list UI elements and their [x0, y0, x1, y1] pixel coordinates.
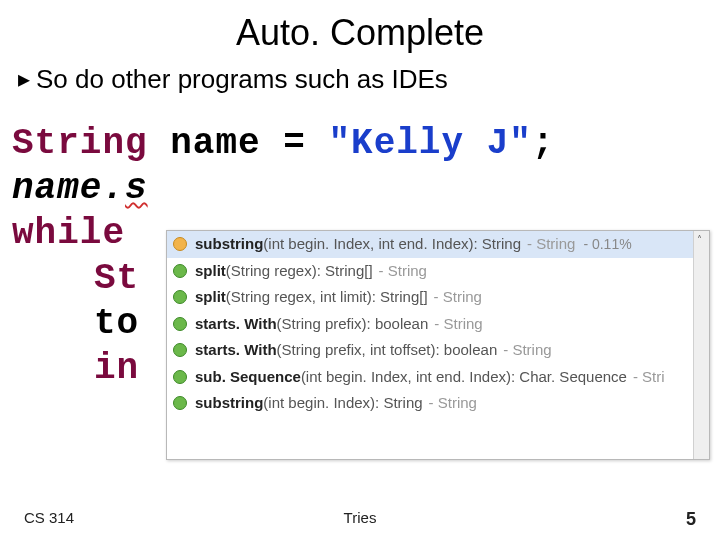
chevron-up-icon[interactable]: ˄ [697, 234, 702, 245]
code-line-1: String name = "Kelly J"; [12, 121, 720, 166]
method-return: : String[] [317, 263, 373, 280]
method-params: (int begin. Index) [263, 395, 375, 412]
method-origin: - Stri [633, 369, 665, 386]
method-origin: - String [434, 316, 482, 333]
footer-right: 5 [686, 509, 696, 530]
autocomplete-item[interactable]: starts. With(String prefix, int toffset)… [167, 337, 709, 364]
scrollbar[interactable]: ˄ [693, 231, 709, 459]
autocomplete-item[interactable]: substring(int begin. Index, int end. Ind… [167, 231, 709, 258]
slide-title: Auto. Complete [0, 12, 720, 54]
autocomplete-item[interactable]: split(String regex, int limit) : String[… [167, 284, 709, 311]
method-origin: - String [429, 395, 477, 412]
method-params: (String regex, int limit) [226, 289, 372, 306]
method-icon [173, 396, 187, 410]
method-name: starts. With [195, 342, 277, 359]
method-icon [173, 317, 187, 331]
method-return: : String [473, 236, 521, 253]
code-text: in [94, 348, 139, 389]
method-name: substring [195, 395, 263, 412]
code-text-squiggle: s [125, 168, 148, 209]
autocomplete-item[interactable]: split(String regex) : String[]- String [167, 258, 709, 285]
footer-left: CS 314 [24, 509, 74, 530]
method-icon [173, 370, 187, 384]
method-name: sub. Sequence [195, 369, 301, 386]
method-percent: - 0.11% [583, 237, 631, 252]
bullet-text: So do other programs such as IDEs [36, 64, 448, 95]
bullet-row: ▸ So do other programs such as IDEs [0, 64, 720, 95]
code-text: St [94, 258, 139, 299]
method-origin: - String [434, 289, 482, 306]
code-line-2: name.s [12, 166, 720, 211]
method-params: (int begin. Index, int end. Index) [263, 236, 473, 253]
method-return: : boolean [436, 342, 498, 359]
method-return: : Char. Sequence [511, 369, 627, 386]
method-origin: - String [379, 263, 427, 280]
method-params: (String prefix, int toffset) [277, 342, 436, 359]
method-icon [173, 290, 187, 304]
autocomplete-item[interactable]: starts. With(String prefix) : boolean- S… [167, 311, 709, 338]
bullet-icon: ▸ [18, 67, 30, 91]
method-params: (String regex) [226, 263, 317, 280]
code-text: name = [148, 123, 329, 164]
code-text: to [94, 303, 139, 344]
footer: CS 314 Tries 5 [0, 509, 720, 530]
method-name: split [195, 263, 226, 280]
method-icon [173, 237, 187, 251]
autocomplete-item[interactable]: substring(int begin. Index) : String- St… [167, 390, 709, 417]
method-origin: - String [527, 236, 575, 253]
footer-center: Tries [344, 509, 377, 526]
autocomplete-popup[interactable]: substring(int begin. Index, int end. Ind… [166, 230, 710, 460]
keyword-while: while [12, 213, 125, 254]
method-return: : String[] [372, 289, 428, 306]
method-name: starts. With [195, 316, 277, 333]
autocomplete-list: substring(int begin. Index, int end. Ind… [167, 231, 709, 417]
code-text: ; [532, 123, 555, 164]
code-text: name. [12, 168, 125, 209]
method-return: : String [375, 395, 423, 412]
method-name: split [195, 289, 226, 306]
method-origin: - String [503, 342, 551, 359]
method-params: (int begin. Index, int end. Index) [301, 369, 511, 386]
method-icon [173, 343, 187, 357]
method-params: (String prefix) [277, 316, 367, 333]
method-icon [173, 264, 187, 278]
method-return: : boolean [367, 316, 429, 333]
method-name: substring [195, 236, 263, 253]
autocomplete-item[interactable]: sub. Sequence(int begin. Index, int end.… [167, 364, 709, 391]
string-literal: "Kelly J" [328, 123, 531, 164]
slide: Auto. Complete ▸ So do other programs su… [0, 0, 720, 540]
keyword-string: String [12, 123, 148, 164]
